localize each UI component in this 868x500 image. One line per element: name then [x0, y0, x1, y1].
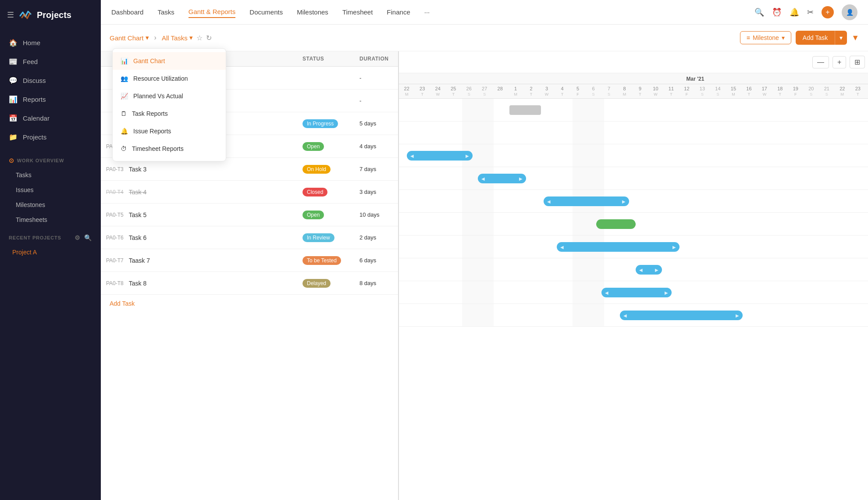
gantt-bar-task7[interactable]: ◀ ▶ — [601, 288, 672, 297]
sidebar-item-timesheets[interactable]: Timesheets — [0, 212, 101, 227]
search-recent-icon[interactable]: 🔍 — [84, 234, 92, 241]
gantt-bar-task5[interactable]: ◀ ▶ — [557, 242, 679, 252]
dropdown-issue-reports[interactable]: 🔔 Issue Reports — [113, 122, 226, 140]
gantt-chart-label: Gantt Chart — [110, 34, 144, 42]
table-row[interactable]: PA0-T7 Taask 7 To be Tested 6 days — [101, 249, 398, 272]
plus-icon[interactable]: + — [822, 6, 834, 18]
task-cell-status — [297, 96, 354, 105]
sidebar-item-discuss[interactable]: 💬 Discuss — [0, 71, 101, 90]
topnav-links: Dashboard Tasks Gantt & Reports Document… — [111, 6, 430, 18]
add-task-link[interactable]: Add Task — [101, 295, 398, 312]
bar-left-arrow: ◀ — [623, 313, 627, 318]
sidebar-nav: 🏠 Home 📰 Feed 💬 Discuss 📊 Reports 📅 Cale… — [0, 30, 101, 150]
task-cell-duration: 2 days — [354, 230, 398, 245]
hamburger-icon[interactable]: ☰ — [7, 10, 14, 20]
dropdown-gantt-chart[interactable]: 📊 Gantt Chart — [113, 52, 226, 70]
col-header-status: STATUS — [297, 51, 354, 66]
col-header-duration: DURATION — [354, 51, 398, 66]
topnav-icons: 🔍 ⏰ 🔔 ✂ + 👤 — [754, 4, 857, 20]
gantt-chart-panel[interactable]: — + ⊞ ··· Mar '21 22M — [399, 51, 868, 500]
bar-right-arrow: ▶ — [655, 268, 658, 272]
gantt-bar-task2[interactable]: ◀ ▶ — [478, 174, 526, 183]
dropdown-planned-vs-actual[interactable]: 📈 Planned Vs Actual — [113, 87, 226, 105]
milestone-dropdown-arrow: ▾ — [782, 34, 785, 41]
nav-milestones[interactable]: Milestones — [297, 7, 328, 18]
sidebar-item-milestones[interactable]: Milestones — [0, 197, 101, 212]
filter-icon[interactable]: ▼ — [851, 33, 859, 43]
bell-icon[interactable]: 🔔 — [790, 7, 799, 17]
dropdown-task-reports[interactable]: 🗒 Task Reports — [113, 105, 226, 122]
gantt-bar-task8[interactable]: ◀ ▶ — [620, 311, 743, 320]
refresh-icon[interactable]: ↻ — [206, 34, 212, 42]
sidebar-item-issues[interactable]: Issues — [0, 182, 101, 197]
gantt-bar-task4[interactable] — [596, 219, 636, 229]
sidebar-item-home[interactable]: 🏠 Home — [0, 33, 101, 52]
table-row[interactable]: PA0-T8 Task 8 Delayed 8 days — [101, 272, 398, 295]
sidebar-item-feed[interactable]: 📰 Feed — [0, 52, 101, 71]
bar-right-arrow: ▶ — [665, 290, 668, 295]
filter-recent-icon[interactable]: ⚙ — [75, 234, 81, 241]
add-task-dropdown-btn[interactable]: ▾ — [835, 31, 847, 45]
month-row: Mar '21 — [399, 73, 868, 84]
gantt-milestone-bar[interactable] — [509, 105, 541, 115]
task-cell-status: Open — [297, 138, 354, 155]
grid-view-btn[interactable]: ⊞ — [850, 56, 865, 68]
content-area: Gantt Chart ▾ › All Tasks ▾ ☆ ↻ ≡ Milest… — [101, 25, 868, 500]
sidebar-item-tasks[interactable]: Tasks — [0, 168, 101, 182]
sidebar-item-calendar[interactable]: 📅 Calendar — [0, 109, 101, 128]
nav-more[interactable]: ··· — [424, 7, 430, 18]
gantt-header-actions: ≡ Milestone ▾ Add Task ▾ ▼ — [740, 31, 859, 45]
nav-documents[interactable]: Documents — [249, 7, 283, 18]
day-cell: 14S — [710, 84, 726, 98]
table-row[interactable]: PA0-T5 Task 5 Open 10 days — [101, 204, 398, 226]
scissors-icon[interactable]: ✂ — [807, 7, 814, 17]
dropdown-timesheet-reports[interactable]: ⏱ Timesheet Reports — [113, 140, 226, 157]
day-cell: 26S — [461, 84, 477, 98]
weekend-col — [573, 99, 604, 121]
feb-month — [399, 76, 509, 82]
sidebar-item-reports[interactable]: 📊 Reports — [0, 90, 101, 109]
all-tasks-dropdown-btn[interactable]: All Tasks ▾ — [162, 34, 193, 42]
gantt-row: ◀ ▶ — [399, 304, 868, 327]
gantt-chart-dropdown-btn[interactable]: Gantt Chart ▾ — [110, 34, 149, 42]
star-icon[interactable]: ☆ — [196, 34, 203, 42]
all-tasks-label: All Tasks — [162, 34, 188, 42]
day-cell: 6S — [586, 84, 601, 98]
sidebar-item-label: Reports — [23, 96, 46, 103]
add-task-button[interactable]: Add Task — [796, 31, 835, 45]
feed-icon: 📰 — [9, 57, 18, 66]
milestone-label: Milestone — [753, 34, 779, 41]
dropdown-resource-utilization[interactable]: 👥 Resource Utilization — [113, 70, 226, 87]
nav-finance[interactable]: Finance — [387, 7, 410, 18]
task-cell-duration: 3 days — [354, 184, 398, 200]
gantt-bar-task6[interactable]: ◀ ▶ — [636, 265, 662, 275]
task-cell-duration: 4 days — [354, 139, 398, 154]
sidebar-item-label: Discuss — [23, 77, 46, 84]
nav-timesheet[interactable]: Timesheet — [342, 7, 373, 18]
search-icon[interactable]: 🔍 — [754, 7, 764, 17]
gantt-bar-in-progress[interactable]: ◀ ▶ — [407, 151, 473, 161]
zoom-in-btn[interactable]: + — [832, 56, 846, 68]
recent-project-a[interactable]: Project A — [0, 245, 101, 260]
milestone-btn[interactable]: ≡ Milestone ▾ — [740, 31, 791, 44]
gantt-bar-task3[interactable]: ◀ ▶ — [544, 196, 629, 206]
avatar[interactable]: 👤 — [842, 4, 857, 20]
clock-icon[interactable]: ⏰ — [772, 7, 782, 17]
nav-gantt-reports[interactable]: Gantt & Reports — [189, 6, 236, 18]
day-cell: 23T — [414, 84, 430, 98]
sidebar-item-projects[interactable]: 📁 Projects — [0, 128, 101, 146]
table-row[interactable]: PA0-T6 Task 6 In Review 2 days — [101, 226, 398, 249]
day-cell: 17W — [757, 84, 772, 98]
issue-reports-menu-icon: 🔔 — [121, 128, 128, 135]
nav-tasks[interactable]: Tasks — [157, 7, 174, 18]
weekend-col — [573, 167, 604, 189]
gantt-row: ◀ ▶ — [399, 144, 868, 167]
bar-left-arrow: ◀ — [605, 290, 608, 295]
day-cell: 24W — [430, 84, 445, 98]
nav-dashboard[interactable]: Dashboard — [111, 7, 143, 18]
status-badge: On Hold — [302, 165, 331, 174]
gantt-row: ◀ ▶ — [399, 190, 868, 213]
table-row[interactable]: PA0-T4 Task 4 Closed 3 days — [101, 181, 398, 204]
zoom-out-btn[interactable]: — — [812, 56, 829, 68]
bar-left-arrow: ◀ — [560, 245, 564, 250]
